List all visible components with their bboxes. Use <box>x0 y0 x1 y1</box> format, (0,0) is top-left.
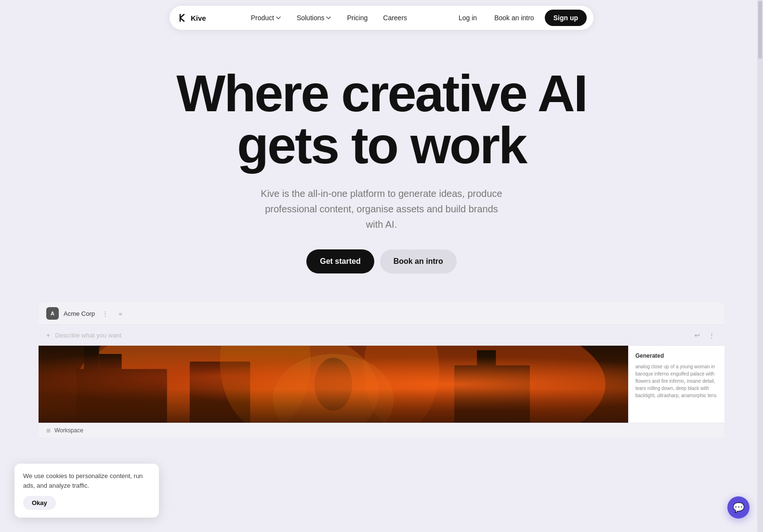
nav-brand: Kive <box>178 13 206 23</box>
book-intro-nav-button[interactable]: Book an intro <box>487 11 541 25</box>
svg-rect-6 <box>190 362 250 423</box>
scrollbar-thumb[interactable] <box>758 1 762 59</box>
content-preview: Generated analog close up of a young wom… <box>39 346 724 423</box>
grid-icon: ⊞ <box>46 428 51 434</box>
workspace-avatar: A <box>46 307 59 320</box>
book-intro-hero-button[interactable]: Book an intro <box>380 249 457 273</box>
generated-label: Generated <box>635 352 718 359</box>
hero-content: Where creative AI gets to work Kive is t… <box>0 0 763 302</box>
chat-support-button[interactable]: 💬 <box>727 496 750 519</box>
add-icon: + <box>46 331 50 339</box>
workspace-bottom-bar: ⊞ Workspace <box>39 423 724 438</box>
svg-rect-4 <box>99 354 122 369</box>
nav-pricing[interactable]: Pricing <box>340 11 374 25</box>
generated-image <box>39 346 628 423</box>
svg-point-9 <box>220 346 311 423</box>
describe-placeholder[interactable]: Describe what you want <box>55 332 121 339</box>
svg-rect-3 <box>76 369 167 423</box>
nav-actions: Log in Book an intro Sign up <box>452 10 587 26</box>
nav-solutions[interactable]: Solutions <box>290 11 339 25</box>
svg-point-11 <box>315 358 352 411</box>
svg-point-12 <box>273 354 394 423</box>
navbar: Kive Product Solutions Pricing Careers L… <box>170 6 593 30</box>
chevron-down-icon <box>276 15 281 21</box>
cookie-message: We use cookies to personalize content, r… <box>23 471 150 490</box>
nav-menu: Product Solutions Pricing Careers <box>244 11 414 25</box>
chat-icon: 💬 <box>733 502 745 513</box>
svg-rect-0 <box>39 346 628 423</box>
nav-product[interactable]: Product <box>244 11 288 25</box>
cookie-okay-button[interactable]: Okay <box>23 496 56 510</box>
workspace-info: A Acme Corp ⋮ « <box>46 307 126 320</box>
describe-bar: + Describe what you want ↩ ⋮ <box>39 325 724 346</box>
cookie-banner: We use cookies to personalize content, r… <box>14 464 159 518</box>
get-started-button[interactable]: Get started <box>306 249 374 273</box>
nav-careers[interactable]: Careers <box>376 11 414 25</box>
brand-name: Kive <box>191 14 206 22</box>
svg-rect-5 <box>84 347 99 371</box>
chevron-down-icon <box>326 15 331 21</box>
workspace-name-label: Acme Corp <box>64 310 95 317</box>
svg-point-10 <box>364 346 439 423</box>
workspace-options-button[interactable]: ⋮ <box>100 308 110 319</box>
login-button[interactable]: Log in <box>452 11 484 25</box>
app-toolbar: A Acme Corp ⋮ « <box>39 302 724 325</box>
svg-rect-8 <box>477 350 496 367</box>
scrollbar-track <box>757 0 763 532</box>
generated-prompt-text: analog close up of a young woman in baro… <box>635 363 718 399</box>
hero-cta-group: Get started Book an intro <box>306 249 457 273</box>
svg-rect-7 <box>454 365 530 423</box>
generated-panel: Generated analog close up of a young wom… <box>628 346 724 423</box>
workspace-bottom-label: Workspace <box>54 427 83 434</box>
more-options-button[interactable]: ⋮ <box>706 330 717 340</box>
scene-illustration <box>39 346 628 423</box>
app-preview: A Acme Corp ⋮ « + Describe what you want… <box>39 302 724 438</box>
svg-point-2 <box>76 346 379 423</box>
describe-actions: ↩ ⋮ <box>692 330 717 340</box>
workspace-collapse-button[interactable]: « <box>115 308 126 319</box>
hero-subtitle: Kive is the all-in-one platform to gener… <box>256 186 507 232</box>
hero-section: Where creative AI gets to work Kive is t… <box>0 0 763 438</box>
signup-button[interactable]: Sign up <box>545 10 587 26</box>
undo-button[interactable]: ↩ <box>692 330 702 340</box>
hero-title: Where creative AI gets to work <box>176 67 586 171</box>
svg-point-1 <box>76 346 605 423</box>
kive-logo-icon <box>178 13 188 23</box>
